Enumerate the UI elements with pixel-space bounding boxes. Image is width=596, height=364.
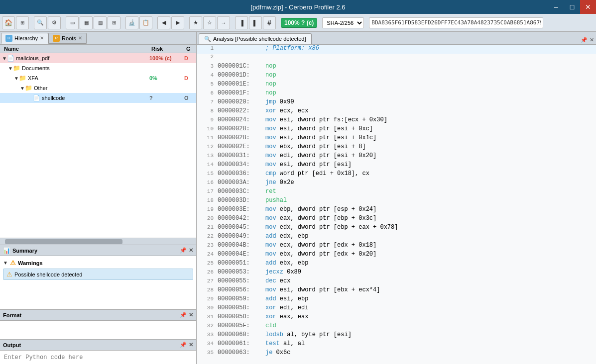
toolbar-btn-back[interactable]: ◀ [157,16,170,29]
toolbar-btn-forward[interactable]: ▶ [171,16,184,29]
warning-item-shellcode[interactable]: ⚠ Possible shellcode detected [3,269,193,280]
analysis-close-btn[interactable]: ✕ [590,37,594,43]
code-line: 40000001D:nop [197,72,596,81]
code-line: 310000005D:xor eax, eax [197,313,596,322]
output-close-btn[interactable]: ✕ [189,342,193,348]
code-instruction: nop [265,63,594,70]
tree-row-malicious-pdf[interactable]: ▼ 📄 malicious_pdf 100% (c) D [0,53,196,63]
code-line: 110000002B:mov esi, dword ptr [esi + 0x1… [197,134,596,143]
code-instruction: mov esi, dword ptr [esi] [265,161,594,168]
toolbar-btn-2[interactable]: ⊞ [16,16,29,29]
summary-header: 📊 Summary 📌 ✕ [0,245,196,256]
format-panel: Format 📌 ✕ [0,309,196,339]
tree-risk-malicious-pdf: 100% (c) [149,55,184,61]
toolbar-btn-13[interactable]: → [217,16,230,29]
code-instruction: add edx, ebp [265,233,594,240]
code-address: 0000003D: [218,197,262,204]
format-title: Format [3,312,21,318]
line-number: 21 [199,224,214,230]
line-number: 32 [199,323,214,329]
line-number: 2 [199,54,214,60]
toolbar-btn-8[interactable]: ⊞ [108,16,120,29]
line-number: 27 [199,278,214,284]
code-view[interactable]: 1; Platform: x86230000001C:nop40000001D:… [197,45,596,364]
line-number: 10 [199,126,214,132]
line-number: 7 [199,99,214,105]
code-address: 00000061: [218,340,262,347]
toolbar-btn-1[interactable]: 🏠 [2,16,15,29]
warning-triangle-icon: ⚠ [10,259,16,267]
tree-hscroll[interactable] [0,238,196,245]
tree-row-shellcode[interactable]: 📄 shellcode ? O [0,93,196,103]
code-address: 0000004B: [218,242,262,249]
folder-icon-documents: 📁 [13,65,20,72]
close-button[interactable]: ✕ [580,0,596,14]
code-line: 190000003E:mov ebp, dword ptr [esp + 0x2… [197,206,596,215]
hash-algorithm-select[interactable]: SHA-2/256 MD5 SHA-1 [322,17,364,28]
format-header: Format 📌 ✕ [0,310,196,321]
maximize-button[interactable]: □ [564,0,580,14]
code-address: 0000005F: [218,322,262,329]
line-number: 18 [199,197,214,203]
toolbar-btn-5[interactable]: ▭ [66,16,79,29]
summary-pin-btn[interactable]: 📌 [180,247,187,254]
output-pin-btn[interactable]: 📌 [180,342,187,348]
code-line: 240000004E:mov ebx, dword ptr [edx + 0x2… [197,251,596,260]
code-line: 1; Platform: x86 [197,45,596,54]
minimize-button[interactable]: – [548,0,564,14]
toolbar-btn-11[interactable]: ★ [189,16,202,29]
line-number: 5 [199,81,214,87]
code-line: 2900000059:add esi, ebp [197,295,596,304]
format-pin-btn[interactable]: 📌 [180,312,187,318]
tab-hierarchy-close[interactable]: ✕ [40,35,44,41]
code-address: 0000001E: [218,81,262,88]
tab-roots[interactable]: R Roots ✕ [48,33,87,44]
line-number: 31 [199,314,214,320]
toolbar-btn-9[interactable]: 🔬 [125,16,138,29]
line-number: 33 [199,332,214,338]
line-number: 24 [199,251,214,257]
line-number: 12 [199,144,214,150]
format-close-btn[interactable]: ✕ [189,312,193,318]
code-instruction: ret [265,188,594,195]
code-address: 00000056: [218,286,262,293]
code-address: 00000020: [218,98,262,105]
tab-analysis[interactable]: 🔍 Analysis [Possible shellcode detected] [199,33,312,44]
code-instruction: dec ecx [265,277,594,284]
code-address: 00000034: [218,161,262,168]
code-line: 2500000051:add ebx, ebp [197,260,596,269]
toolbar-btn-hash[interactable]: # [263,16,276,29]
tree-row-documents[interactable]: ▼ 📁 Documents [0,63,196,73]
format-content [0,321,196,339]
analysis-pin-btn[interactable]: 📌 [581,37,588,43]
toolbar-btn-7[interactable]: ▧ [94,16,107,29]
code-instruction: mov esi, dword ptr [esi + 0x1c] [265,134,594,141]
code-address: 00000053: [218,269,262,275]
line-number: 13 [199,153,214,159]
toggle-other: ▼ [20,86,25,91]
tree-row-xfa[interactable]: ▼ 📁 XFA 0% D [0,73,196,83]
tree-row-other[interactable]: ▼ 📁 Other [0,83,196,93]
code-instruction: mov edi, dword ptr [esi + 0x20] [265,152,594,159]
code-line: 3500000063:je 0x6c [197,349,596,358]
toolbar-btn-6[interactable]: ▦ [80,16,93,29]
toolbar-btn-10[interactable]: 📋 [139,16,152,29]
tab-roots-close[interactable]: ✕ [78,35,82,41]
toolbar-btn-14[interactable]: ▐ [235,16,248,29]
code-line: 1500000036:cmp word ptr [edi + 0x18], cx [197,170,596,179]
tab-hierarchy-label: Hierarchy [14,35,38,41]
tab-hierarchy[interactable]: H Hierarchy ✕ [1,33,48,44]
code-address: 00000051: [218,260,262,267]
toolbar-btn-3[interactable]: 🔍 [34,16,47,29]
toolbar-btn-4[interactable]: ⚙ [48,16,61,29]
tab-roots-label: Roots [62,35,76,41]
code-line: 2600000053:jecxz 0x89 [197,269,596,277]
code-instruction: jmp 0x99 [265,98,594,105]
summary-close-btn[interactable]: ✕ [189,247,193,254]
code-instruction: xor edi, edi [265,304,594,311]
hash-value-input[interactable] [369,17,543,28]
python-input[interactable] [0,351,196,364]
toolbar-btn-15[interactable]: ▌ [249,16,262,29]
code-instruction: mov esi, dword ptr [esi + 0xc] [265,125,594,132]
toolbar-btn-12[interactable]: ☆ [203,16,216,29]
